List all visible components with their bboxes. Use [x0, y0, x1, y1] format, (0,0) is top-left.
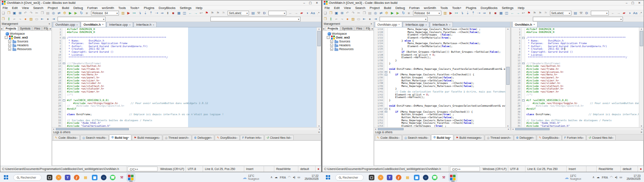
log-tab[interactable]: ✎ Code::Blocks × [375, 135, 402, 140]
tab-close-icon[interactable]: × [260, 137, 262, 139]
fold-marker[interactable] [384, 122, 388, 125]
prev-bookmark-icon[interactable]: ⚑ [210, 11, 215, 15]
fold-marker[interactable] [384, 54, 388, 57]
codeblocks-icon[interactable] [127, 173, 135, 182]
codeblocks-icon[interactable] [449, 173, 457, 182]
line-number[interactable]: 1724 [374, 42, 384, 45]
log-tab[interactable]: ⚑ Build messages × [132, 135, 162, 140]
line-number[interactable]: 27 [511, 102, 522, 105]
line-number[interactable]: 33 [511, 119, 522, 122]
expander-icon[interactable]: + [8, 40, 11, 43]
fold-marker[interactable] [62, 28, 66, 31]
fold-marker[interactable] [522, 110, 525, 113]
line-number[interactable]: 1738 [374, 82, 384, 85]
scrollbar-thumb[interactable] [56, 128, 129, 130]
tab-close-icon[interactable]: × [188, 137, 189, 139]
fold-marker[interactable]: − [384, 110, 388, 113]
incsearch-end-icon[interactable]: ⇥ [373, 17, 378, 21]
open-containing-folder-icon[interactable]: ❐ [1, 17, 6, 21]
replace-icon[interactable]: ⇄ [57, 11, 61, 15]
fold-marker[interactable]: − [522, 99, 525, 102]
line-number[interactable]: 22 [511, 87, 522, 90]
fold-marker[interactable] [384, 62, 388, 65]
line-number[interactable]: 1729 [374, 56, 384, 59]
fold-marker[interactable] [522, 79, 525, 82]
tab-close-icon[interactable]: × [582, 137, 584, 139]
line-number[interactable]: 1728 [374, 54, 384, 57]
doxyblocks-run-icon[interactable]: D [584, 11, 589, 15]
line-number[interactable]: 1748 [374, 110, 384, 113]
line-number[interactable]: 1735 [374, 73, 384, 76]
onedrive-icon[interactable]: ☁ [275, 176, 278, 179]
regex-icon[interactable]: .* [316, 11, 321, 15]
open-file-icon[interactable]: ❐ [6, 11, 11, 15]
expander-icon[interactable] [323, 32, 326, 35]
fold-marker[interactable] [384, 96, 388, 99]
horizontal-scrollbar[interactable]: ◂ ▸ [374, 127, 510, 130]
line-number[interactable]: 32 [52, 116, 62, 119]
menu-item[interactable]: wxSmith [100, 6, 116, 10]
file-explorer-icon[interactable]: ▤ [404, 173, 412, 182]
jump-forward-arrow-icon[interactable]: → [516, 11, 520, 15]
line-number[interactable]: 20 [511, 82, 522, 85]
microsoft-store-icon[interactable]: ▦ [91, 173, 99, 182]
doxyblocks-config-icon[interactable]: ⚒ [256, 11, 261, 15]
tab-close-icon[interactable]: × [427, 137, 429, 139]
cut-icon[interactable]: ✂ [34, 11, 39, 15]
management-tab[interactable]: Projects [4, 26, 18, 30]
fold-marker[interactable] [62, 59, 66, 62]
fold-marker[interactable] [62, 71, 66, 74]
line-number[interactable]: 1744 [374, 99, 384, 102]
horizontal-scrollbar[interactable]: ◂ ▸ [52, 127, 321, 130]
fold-marker[interactable] [62, 116, 66, 119]
management-caption[interactable]: Management × [0, 22, 52, 26]
highlight-occurrences-icon[interactable]: ▰ [622, 11, 626, 15]
run-to-cursor-icon[interactable]: ↦ [454, 11, 459, 15]
expander-icon[interactable]: − [327, 36, 330, 39]
line-number[interactable]: 18 [52, 76, 62, 79]
menu-item[interactable]: Project [46, 6, 60, 10]
doxyblocks-combo[interactable]: ▾ [268, 11, 286, 15]
doxyblocks-extract-icon[interactable]: ▤ [573, 11, 578, 15]
line-number[interactable]: 2 [52, 31, 62, 34]
whatsapp-icon[interactable]: ☎ [109, 173, 117, 182]
menu-item[interactable]: View [20, 6, 31, 10]
management-tab[interactable]: Symbols [18, 26, 32, 30]
scrollbar-thumb[interactable] [506, 67, 510, 85]
build-and-run-icon[interactable]: ▶ [73, 11, 78, 15]
menu-item[interactable]: Fortran [85, 6, 100, 10]
taskbar-clock[interactable]: 17:23 25/09/2025 [626, 174, 641, 181]
debug-continue-icon[interactable]: ▶ [126, 11, 131, 15]
menu-item[interactable]: DoxyBlocks [157, 6, 178, 10]
weather-widget[interactable]: ☁ 13°C Nuageux [565, 174, 581, 180]
incsearch-end-icon[interactable]: ⇥ [51, 17, 56, 21]
debugging-windows-icon[interactable]: ▦ [499, 11, 504, 15]
fold-marker[interactable] [384, 82, 388, 85]
fold-marker[interactable] [62, 54, 66, 57]
fold-marker[interactable] [522, 59, 525, 62]
editor-tab[interactable]: Interface.h × [430, 22, 453, 27]
line-number[interactable]: 3 [52, 33, 62, 36]
line-number[interactable]: 7 [511, 45, 522, 48]
line-number[interactable]: 1 [511, 28, 522, 31]
run-icon[interactable]: ▶ [390, 11, 395, 15]
undo-icon[interactable]: ↶ [23, 11, 28, 15]
line-number[interactable]: 31 [511, 113, 522, 116]
build-target-combo[interactable]: Release_64▾ [91, 11, 119, 15]
line-number[interactable]: 13 [52, 62, 62, 65]
tab-close-icon[interactable]: × [510, 137, 511, 139]
step-into-icon[interactable]: ⇣ [143, 11, 148, 15]
log-tab[interactable]: ↺ Closed files list × [264, 135, 294, 140]
microsoft-store-icon[interactable]: ▦ [413, 173, 421, 182]
fold-marker[interactable] [62, 42, 66, 45]
rebuild-icon[interactable]: ↻ [79, 11, 84, 15]
abort-build-icon[interactable]: ■ [85, 11, 89, 15]
tab-scroll-left-icon[interactable]: ◂ [323, 27, 324, 30]
line-number[interactable]: 33 [52, 119, 62, 122]
menu-item[interactable]: Settings [178, 6, 194, 10]
line-number[interactable]: 15 [511, 68, 522, 71]
tab-close-icon[interactable]: × [398, 23, 400, 26]
fold-marker[interactable] [384, 87, 388, 90]
scrollbar-thumb[interactable] [640, 31, 643, 46]
line-number[interactable]: 7 [52, 45, 62, 48]
